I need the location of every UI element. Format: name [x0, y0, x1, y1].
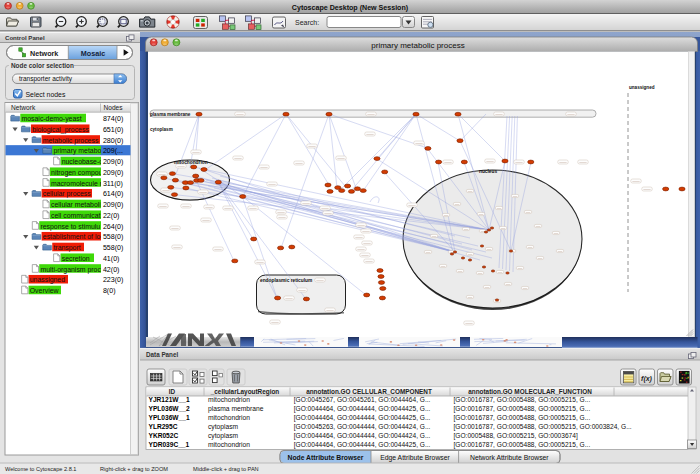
- svg-text:unassigned: unassigned: [30, 276, 65, 284]
- svg-text:YLR295C: YLR295C: [149, 423, 178, 430]
- svg-text:Edge Attribute Browser: Edge Attribute Browser: [380, 454, 450, 462]
- svg-text:mitochondrion: mitochondrion: [208, 396, 250, 403]
- svg-text:_cellularLayoutRegion: _cellularLayoutRegion: [210, 388, 280, 396]
- svg-text:[GO:0016787, GO:0005488, GO:00: [GO:0016787, GO:0005488, GO:0005215, G..…: [454, 414, 591, 422]
- svg-text:8(0): 8(0): [103, 287, 116, 295]
- svg-text:Network Attribute Browser: Network Attribute Browser: [470, 454, 549, 461]
- svg-text:cytoplasm: cytoplasm: [208, 423, 239, 431]
- svg-text:primary metabolic process: primary metabolic process: [371, 41, 464, 50]
- svg-text:YJR121W__1: YJR121W__1: [149, 396, 190, 403]
- svg-text:Data Panel: Data Panel: [146, 351, 178, 358]
- svg-text:[GO:0016787, GO:0005488, GO:00: [GO:0016787, GO:0005488, GO:0005215, G..…: [454, 396, 591, 404]
- svg-text:[GO:0045263, GO:0044444, GO:00: [GO:0045263, GO:0044444, GO:0044424, G..…: [294, 423, 431, 431]
- svg-text:[GO:0044464, GO:0044444, GO:00: [GO:0044464, GO:0044444, GO:0044424, G..…: [294, 432, 431, 440]
- svg-text:209(0): 209(0): [103, 201, 124, 209]
- svg-text:Mosaic: Mosaic: [81, 49, 105, 58]
- svg-text:874(0): 874(0): [103, 115, 124, 123]
- svg-text:558(0): 558(0): [103, 244, 124, 252]
- svg-text:YPL036W__2: YPL036W__2: [149, 405, 190, 412]
- svg-text:Right-click + drag to ZOOM: Right-click + drag to ZOOM: [100, 466, 168, 472]
- svg-text:f(x): f(x): [641, 375, 653, 383]
- svg-text:multi-organism proc: multi-organism proc: [40, 266, 101, 274]
- svg-text:Network: Network: [30, 49, 58, 58]
- svg-text:Welcome to Cytoscape 2.8.1: Welcome to Cytoscape 2.8.1: [5, 466, 76, 472]
- svg-text:311(0): 311(0): [103, 180, 123, 188]
- svg-text:mitochondrion: mitochondrion: [174, 160, 208, 165]
- svg-text:209(...: 209(...: [103, 147, 123, 155]
- svg-text:mosaic-demo-yeast: mosaic-demo-yeast: [22, 115, 82, 123]
- svg-text:41(0): 41(0): [103, 255, 120, 263]
- svg-text:558(0): 558(0): [103, 233, 124, 241]
- svg-text:cell communicati: cell communicati: [51, 212, 102, 219]
- svg-text:secretion: secretion: [62, 255, 90, 262]
- svg-text:macromolecule m: macromolecule m: [51, 180, 106, 187]
- svg-text:Middle-click + drag to PAN: Middle-click + drag to PAN: [193, 466, 259, 472]
- svg-text:Node Attribute Browser: Node Attribute Browser: [287, 454, 363, 461]
- svg-text:biological_process: biological_process: [32, 126, 89, 134]
- svg-text:264(0): 264(0): [103, 223, 124, 231]
- svg-text:cytoplasm: cytoplasm: [208, 432, 239, 440]
- svg-text:cytoplasm: cytoplasm: [150, 127, 173, 132]
- svg-text:Network: Network: [11, 104, 36, 111]
- svg-text:transporter activity: transporter activity: [19, 75, 73, 83]
- svg-text:22(0): 22(0): [103, 212, 120, 220]
- svg-text:YDR039C__1: YDR039C__1: [149, 441, 190, 448]
- svg-text:response to stimulu: response to stimulu: [40, 223, 100, 231]
- svg-text:42(0): 42(0): [103, 266, 120, 274]
- svg-text:[GO:0016787, GO:0005488, GO:00: [GO:0016787, GO:0005488, GO:0005215, G..…: [454, 405, 591, 413]
- svg-text:ID: ID: [169, 388, 176, 395]
- svg-text:annotation.GO CELLULAR_COMPONE: annotation.GO CELLULAR_COMPONENT: [306, 388, 432, 395]
- svg-text:establishment of loc: establishment of loc: [43, 233, 104, 240]
- svg-text:614(0): 614(0): [103, 190, 124, 198]
- svg-text:cellular metaboli: cellular metaboli: [51, 201, 101, 208]
- svg-text:209(0): 209(0): [103, 158, 124, 166]
- svg-text:transport: transport: [53, 244, 80, 252]
- svg-text:nitrogen compoun: nitrogen compoun: [51, 169, 106, 177]
- svg-text:cellular process: cellular process: [43, 190, 91, 198]
- svg-text:209(0): 209(0): [103, 169, 124, 177]
- svg-text:metabolic process: metabolic process: [43, 137, 99, 145]
- svg-text:Select nodes: Select nodes: [26, 91, 66, 98]
- svg-text:[GO:0045267, GO:0045261, GO:00: [GO:0045267, GO:0045261, GO:0044464, G..…: [294, 396, 431, 404]
- svg-text:plasma membrane: plasma membrane: [150, 112, 191, 117]
- svg-text:[GO:0016787, GO:0005488, GO:00: [GO:0016787, GO:0005488, GO:0005215, GO:…: [454, 423, 632, 431]
- svg-text:[GO:0005488, GO:0005215, GO:00: [GO:0005488, GO:0005215, GO:0003674]: [454, 432, 578, 440]
- svg-text:YKR052C: YKR052C: [149, 432, 179, 439]
- svg-text:nucleus: nucleus: [479, 169, 497, 174]
- svg-text:Nodes: Nodes: [104, 104, 124, 111]
- svg-text:YPL036W__1: YPL036W__1: [149, 414, 190, 421]
- svg-text:unassigned: unassigned: [629, 85, 655, 90]
- svg-text:Control Panel: Control Panel: [5, 34, 45, 41]
- svg-text:[GO:0044464, GO:0044444, GO:00: [GO:0044464, GO:0044444, GO:0044425, G..…: [294, 441, 431, 449]
- svg-text:223(0): 223(0): [103, 276, 124, 284]
- svg-text:[GO:0044464, GO:0044444, GO:00: [GO:0044464, GO:0044444, GO:0044425, G..…: [294, 414, 431, 422]
- svg-text:annotation.GO MOLECULAR_FUNCTI: annotation.GO MOLECULAR_FUNCTION: [468, 388, 592, 395]
- svg-text:280(0): 280(0): [103, 137, 124, 145]
- svg-text:[GO:0016787, GO:0005488, GO:00: [GO:0016787, GO:0005488, GO:0005215, G..…: [454, 441, 591, 449]
- svg-text:primary metabolic: primary metabolic: [53, 147, 108, 155]
- svg-text:651(0): 651(0): [103, 126, 124, 134]
- svg-text:Search:: Search:: [295, 19, 319, 26]
- svg-text:plasma membrane: plasma membrane: [208, 405, 264, 413]
- svg-text:Overview: Overview: [30, 287, 59, 294]
- svg-text:Node color selection: Node color selection: [11, 62, 74, 69]
- svg-text:[GO:0044464, GO:0044444, GO:00: [GO:0044464, GO:0044444, GO:0044425, G..…: [294, 405, 431, 413]
- svg-text:mitochondrion: mitochondrion: [208, 414, 250, 421]
- svg-text:Cytoscape Desktop (New Session: Cytoscape Desktop (New Session): [292, 4, 409, 12]
- svg-text:endoplasmic reticulum: endoplasmic reticulum: [260, 278, 312, 283]
- svg-text:mitochondrion: mitochondrion: [208, 441, 250, 448]
